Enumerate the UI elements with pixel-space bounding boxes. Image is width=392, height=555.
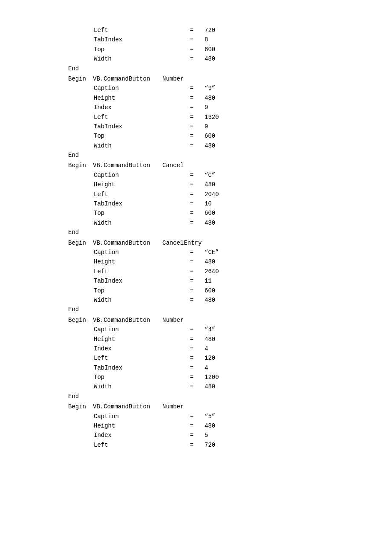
prop-name: Width [94,295,179,305]
prop-val: 600 [205,45,215,54]
prop-eq: = [179,180,205,189]
prop-line: Width = 480 [68,295,375,305]
prop-name: Top [94,373,179,382]
prop-eq: = [179,122,205,131]
prop-eq: = [179,45,205,54]
prop-name: Left [94,440,179,450]
prop-eq: = [179,353,205,363]
prop-val: 600 [205,208,215,218]
prop-val: 120 [205,353,215,363]
prop-name: Left [94,267,179,276]
prop-line: Height = 480 [68,93,375,103]
prop-val: 480 [205,295,215,305]
prop-name: TabIndex [94,199,179,208]
end-keyword: End [68,392,375,401]
prop-val: 600 [205,286,215,295]
end-keyword: End [68,305,375,314]
prop-line: Top = 1200 [68,373,375,382]
prop-line: Caption = “CE” [68,248,375,257]
prop-eq: = [179,93,205,103]
prop-val: 480 [205,54,215,64]
prop-eq: = [179,54,205,64]
prop-eq: = [179,373,205,382]
prop-name: Height [94,180,179,189]
begin-keyword: Begin [68,74,89,84]
prop-val: 480 [205,141,215,150]
prop-name: Height [94,93,179,103]
prop-name: TabIndex [94,276,179,286]
prop-name: Width [94,218,179,228]
prop-val: 1320 [205,113,219,122]
begin-keyword: Begin [68,315,89,325]
prop-name: Height [94,257,179,266]
prop-eq: = [179,141,205,150]
begin-name: Cancel [162,161,205,170]
prop-line: Top = 600 [68,208,375,218]
prop-eq: = [179,276,205,286]
prop-val: 480 [205,93,215,103]
prop-val: 4 [205,344,208,353]
prop-val: 4 [205,363,208,373]
prop-line: Height = 480 [68,180,375,189]
prop-val: “4” [205,325,215,334]
prop-eq: = [179,248,205,257]
prop-eq: = [179,35,205,44]
prop-line: TabIndex = 10 [68,199,375,208]
begin-line: Begin VB.CommandButton Cancel [68,161,375,170]
prop-name: Height [94,421,179,431]
prop-name: Caption [94,325,179,334]
begin-name: Number [162,402,205,411]
prop-val: 10 [205,199,212,208]
prop-name: TabIndex [94,122,179,131]
section-number-5: Begin VB.CommandButton Number Caption = … [68,402,375,450]
prop-eq: = [179,208,205,218]
prop-line: Left = 2040 [68,190,375,199]
prop-val: 720 [205,26,215,35]
prop-line: TabIndex = 8 [68,35,375,44]
prop-name: Caption [94,84,179,93]
prop-eq: = [179,286,205,295]
prop-line: Top = 600 [68,45,375,54]
prop-name: Caption [94,412,179,421]
prop-line: Width = 480 [68,382,375,391]
prop-eq: = [179,131,205,141]
begin-keyword: Begin [68,238,89,248]
prop-name: Top [94,45,179,54]
prop-val: 11 [205,276,212,286]
end-keyword: End [68,150,375,160]
prop-line: Index = 4 [68,344,375,353]
prop-line: TabIndex = 11 [68,276,375,286]
prop-line: Caption = “5” [68,412,375,421]
prop-line: Height = 480 [68,335,375,344]
code-content: Left = 720 TabIndex = 8 Top = 600 Width … [68,26,375,450]
prop-val: 600 [205,131,215,141]
prop-eq: = [179,382,205,391]
prop-name: Top [94,208,179,218]
prop-val: 5 [205,431,208,440]
prop-line: Caption = “9” [68,84,375,93]
prop-val: 480 [205,335,215,344]
prop-name: Height [94,335,179,344]
prop-val: 480 [205,421,215,431]
begin-line: Begin VB.CommandButton Number [68,74,375,84]
prop-eq: = [179,113,205,122]
end-keyword: End [68,64,375,73]
prop-eq: = [179,431,205,440]
begin-line: Begin VB.CommandButton CancelEntry [68,238,375,248]
prop-line: Width = 480 [68,54,375,64]
prop-val: 480 [205,180,215,189]
prop-line: Top = 600 [68,131,375,141]
prop-eq: = [179,218,205,228]
prop-eq: = [179,257,205,266]
prop-val: 8 [205,35,208,44]
begin-line: Begin VB.CommandButton Number [68,315,375,325]
begin-line: Begin VB.CommandButton Number [68,402,375,411]
prop-line: Height = 480 [68,257,375,266]
prop-val: 480 [205,218,215,228]
prop-name: Caption [94,171,179,180]
section-cancel-entry: Begin VB.CommandButton CancelEntry Capti… [68,238,375,315]
prop-line: Width = 480 [68,141,375,150]
prop-line: Width = 480 [68,218,375,228]
begin-keyword: Begin [68,161,89,170]
prop-name: TabIndex [94,363,179,373]
